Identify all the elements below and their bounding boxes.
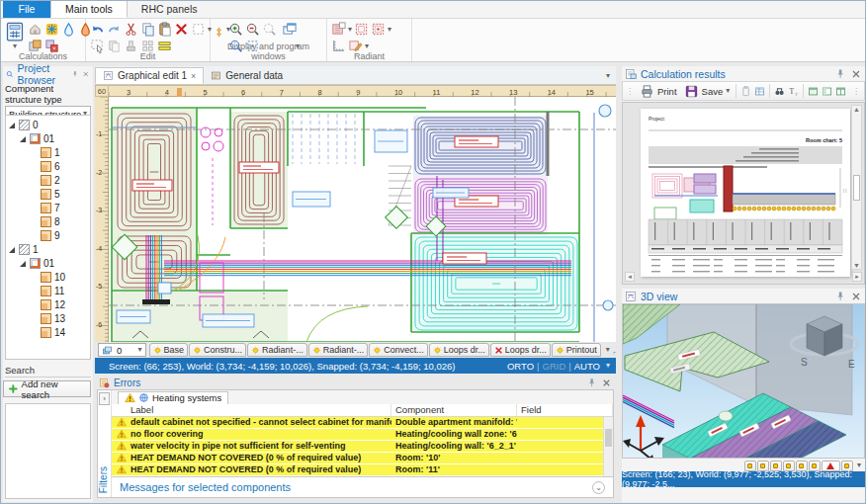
close-icon[interactable] [601,378,612,388]
zoom-extents-icon[interactable] [262,22,277,37]
program-windows-icon[interactable] [279,22,301,37]
tree-node-room[interactable]: 7 [6,201,90,214]
error-row[interactable]: HEAT DEMAND NOT COVERED (0 % of required… [112,453,613,464]
copy-report-icon[interactable] [740,84,751,99]
sheet-tab-loops-dr-[interactable]: Loops dr... [429,343,489,357]
tree-expander-icon[interactable] [8,245,16,253]
column-label[interactable]: Label [127,404,391,416]
column-field[interactable]: Field [517,404,613,416]
tree-node-storey[interactable]: 1 [6,242,90,256]
search-results-box[interactable] [5,403,91,499]
new-view-icon[interactable] [613,345,616,356]
ribbon-tab-main-tools[interactable]: Main tools [50,0,128,18]
split-edit-icon[interactable] [191,22,206,37]
tree-node-room[interactable]: 1 [6,145,90,159]
tree-node-room[interactable]: 8 [6,214,90,228]
pin-icon[interactable] [834,291,846,302]
tree-node-unit[interactable]: 01 [6,256,90,270]
sheet-tab-radiant-[interactable]: Radiant-... [247,343,307,357]
chevron-down-icon[interactable]: ▾ [13,42,17,50]
mode-toggles[interactable]: ORTO|GRID|AUTO [507,361,600,372]
drawing-canvas[interactable] [109,97,616,342]
filters-label[interactable]: Filters [98,466,112,493]
pin-icon[interactable] [586,378,597,388]
layer-combo[interactable]: 0 ▾ [98,343,146,357]
cut-icon[interactable] [124,22,138,37]
tree-expander-icon[interactable] [19,134,27,142]
tree-node-room[interactable]: 9 [6,228,90,242]
error-row[interactable]: no floor coveringHeating/cooling wall zo… [112,429,613,441]
3d-scene[interactable]: SE [622,303,865,459]
tree-node-room[interactable]: 10 [6,270,90,284]
copy-icon[interactable] [140,22,155,37]
tree-node-room[interactable]: 6 [6,159,90,173]
sheet-overflow-chevron-icon[interactable]: ▾ [606,346,610,354]
ribbon-tab-file[interactable]: File [3,0,50,18]
sheet-tab-base[interactable]: Base [149,343,189,357]
tree-node-storey[interactable]: 0 [6,118,90,131]
column-component[interactable]: Component [391,404,517,416]
sheet-tab-loops-dr-[interactable]: Loops dr... [490,343,551,357]
print-button[interactable]: Print [638,84,679,99]
close-tab-icon[interactable]: × [191,71,196,81]
tree-node-room[interactable]: 11 [6,284,90,297]
redo-icon[interactable] [107,22,122,37]
table-view-icon[interactable] [754,84,765,99]
mode-grid[interactable]: GRID [543,361,566,372]
find-icon[interactable] [774,84,785,99]
tree-node-room[interactable]: 12 [6,297,90,311]
pin-icon[interactable] [71,68,79,80]
font-size-icon[interactable]: TT [788,84,799,99]
close-icon[interactable] [82,68,90,80]
undo-icon[interactable] [90,22,105,37]
pin-icon[interactable] [834,68,846,80]
tab-graphical-edit[interactable]: Graphical edit 1 × [95,67,204,84]
calculate-button[interactable]: ▾ [5,21,25,50]
sheet-tab-constru-[interactable]: Constru... [189,343,246,357]
3d-tabs-chevron-icon[interactable]: ▾ [857,462,861,469]
paste-icon[interactable] [157,22,172,37]
view-mode-3-icon[interactable] [835,84,846,99]
building-icon[interactable] [28,22,43,37]
tree-node-room[interactable]: 5 [6,187,90,201]
close-icon[interactable] [850,291,862,302]
preview-hscrollbar[interactable]: ◂▸ [625,272,862,282]
report-preview[interactable]: Project:Room chart: 5[ ] ▲▼ ◂▸ [622,102,865,285]
radiant-panel-icon[interactable] [371,22,386,37]
tab-heating-systems[interactable]: Heating systems [118,391,228,404]
sheet-tab-printout[interactable]: Printout [552,343,601,357]
water-drop-blue-icon[interactable] [61,22,76,37]
tree-node-room[interactable]: 13 [6,311,90,325]
view-mode-2-icon[interactable] [822,84,832,99]
add-new-search-button[interactable]: Add new search [3,380,91,397]
sheet-tab-convect-[interactable]: Convect... [369,343,428,357]
messages-footer[interactable]: Messages for selected components ⌄ [112,476,613,497]
ribbon-tab-rhc-panels[interactable]: RHC panels [128,0,212,18]
radiant-zone-icon[interactable] [354,22,369,37]
tab-list-chevron-icon[interactable]: ▾ [606,72,610,80]
heating-cooling-icon[interactable] [44,22,59,37]
view-mode-1-icon[interactable] [808,84,819,99]
error-row[interactable]: HEAT DEMAND NOT COVERED (0 % of required… [112,464,613,476]
zoom-in-icon[interactable] [228,22,243,37]
mode-orto[interactable]: ORTO [507,361,534,372]
preview-vscrollbar[interactable]: ▲▼ [851,105,862,270]
close-icon[interactable] [850,68,862,80]
toolbar-overflow[interactable]: ⋮ [852,87,861,96]
delete-icon[interactable] [174,22,189,37]
zoom-out-icon[interactable] [245,22,260,37]
status-chevron-icon[interactable]: ▾ [606,362,610,370]
expand-filters-button[interactable]: › [99,392,110,405]
tree-expander-icon[interactable] [8,121,16,128]
mode-auto[interactable]: AUTO [574,361,600,372]
radiant-tool-icon[interactable] [331,22,346,37]
save-button[interactable]: Save ▾ [682,84,733,99]
errors-scrollbar[interactable] [603,417,613,476]
tab-general-data[interactable]: General data [204,67,290,84]
error-row[interactable]: default cabinet not specified - cannot s… [112,417,613,429]
collapse-chevron-icon[interactable]: ⌄ [592,481,605,494]
error-row[interactable]: water velocity in pipe not sufficient fo… [112,441,613,453]
tree-expander-icon[interactable] [19,259,27,267]
tree-node-room[interactable]: 14 [6,325,90,339]
tree-node-unit[interactable]: 01 [6,131,90,145]
